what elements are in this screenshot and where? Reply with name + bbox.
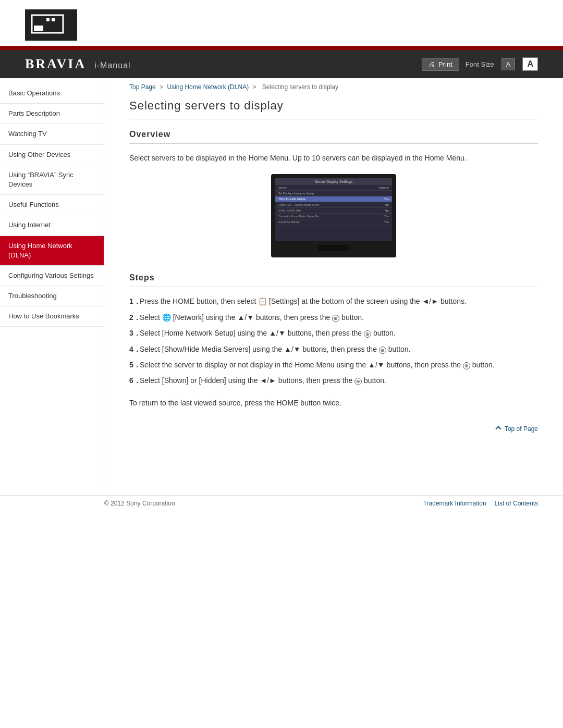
sidebar-item-7[interactable]: Using Home Network (DLNA)	[0, 236, 104, 266]
breadcrumb-current: Selecting servers to display	[262, 83, 338, 91]
font-large-button[interactable]: A	[522, 57, 538, 71]
top-of-page-wrap: Top of Page	[129, 424, 538, 433]
logo-bar	[0, 0, 563, 46]
footer-links: Trademark Information List of Contents	[423, 500, 538, 507]
sidebar-item-3[interactable]: Using Other Devices	[0, 145, 104, 165]
sidebar-item-0[interactable]: Basic Operations	[0, 83, 104, 104]
tv-screen-title: Server Display Settings	[275, 178, 392, 185]
step-3: 3． Select [Home Network Setup] using the…	[129, 327, 538, 339]
step-1: 1． Press the HOME button, then select 📋 …	[129, 295, 538, 307]
tv-row-1: Set Display of server to display	[275, 191, 392, 196]
list-of-contents-link[interactable]: List of Contents	[495, 500, 538, 507]
svg-rect-3	[46, 18, 50, 21]
sidebar-item-10[interactable]: How to Use Bookmarks	[0, 306, 104, 327]
page-title: Selecting servers to display	[129, 99, 538, 119]
step-5: 5． Select the server to display or not d…	[129, 359, 538, 371]
sidebar: Basic OperationsParts DescriptionWatchin…	[0, 78, 104, 495]
sidebar-item-5[interactable]: Useful Functions	[0, 195, 104, 215]
content-area: Top Page > Using Home Network (DLNA) > S…	[104, 78, 563, 495]
tv-row-4: GAN JIANG AMINo	[275, 208, 392, 214]
brand-title: BRAVIA i-Manual	[25, 56, 131, 72]
top-of-page-link[interactable]: Top of Page	[496, 425, 538, 433]
overview-heading: Overview	[129, 130, 538, 144]
print-button[interactable]: 🖨 Print	[422, 58, 459, 71]
step-2: 2． Select 🌐 [Network] using the ▲/▼ butt…	[129, 312, 538, 323]
font-size-label: Font Size	[466, 60, 494, 68]
svg-rect-2	[34, 26, 43, 31]
tv-row-6: Good All MediaYes	[275, 219, 392, 225]
font-small-button[interactable]: A	[501, 58, 516, 70]
circle-icon-3: ⊕	[379, 347, 386, 354]
tv-row-3: Grigo GMS - Favorito Media ServerNo	[275, 202, 392, 208]
sony-logo	[25, 9, 77, 41]
tv-stand	[318, 245, 349, 251]
step-6: 6． Select [Shown] or [Hidden] using the …	[129, 375, 538, 386]
breadcrumb-sep1: >	[160, 83, 163, 91]
top-of-page-label: Top of Page	[505, 425, 538, 433]
sidebar-item-1[interactable]: Parts Description	[0, 104, 104, 124]
top-page-arrow	[495, 426, 501, 431]
circle-icon: ⊕	[332, 315, 339, 322]
circle-icon-5: ⊕	[354, 378, 362, 385]
sidebar-item-4[interactable]: Using “BRAVIA” Sync Devices	[0, 165, 104, 195]
overview-text: Select servers to be displayed in the Ho…	[129, 152, 538, 164]
print-label: Print	[438, 60, 452, 68]
breadcrumb: Top Page > Using Home Network (DLNA) > S…	[129, 78, 538, 99]
title-bar: BRAVIA i-Manual 🖨 Print Font Size A A	[0, 50, 563, 78]
steps-heading: Steps	[129, 273, 538, 287]
circle-icon-4: ⊕	[463, 362, 470, 369]
svg-rect-4	[52, 18, 55, 21]
print-icon: 🖨	[429, 60, 435, 68]
footer: © 2012 Sony Corporation Trademark Inform…	[0, 495, 563, 511]
sidebar-item-2[interactable]: Watching TV	[0, 124, 104, 144]
breadcrumb-home-network[interactable]: Using Home Network (DLNA)	[167, 83, 249, 91]
sidebar-item-6[interactable]: Using Internet	[0, 215, 104, 236]
tv-row-5: Comvision Home Media Server ProYes	[275, 214, 392, 219]
toolbar-right: 🖨 Print Font Size A A	[422, 57, 538, 71]
steps-list: 1． Press the HOME button, then select 📋 …	[129, 295, 538, 386]
breadcrumb-sep2: >	[252, 83, 256, 91]
breadcrumb-top[interactable]: Top Page	[129, 83, 156, 91]
main-layout: Basic OperationsParts DescriptionWatchin…	[0, 78, 563, 495]
tv-screenshot: Server Display Settings ServerDisplay Se…	[271, 174, 396, 257]
manual-subtitle: i-Manual	[94, 61, 130, 70]
tv-screen: Server Display Settings ServerDisplay Se…	[275, 178, 392, 241]
sidebar-item-9[interactable]: Troubleshooting	[0, 286, 104, 306]
tv-row-header: ServerDisplay	[275, 185, 392, 191]
circle-icon-2: ⊕	[364, 330, 371, 338]
header-bar	[0, 46, 563, 50]
trademark-link[interactable]: Trademark Information	[423, 500, 486, 507]
copyright: © 2012 Sony Corporation	[104, 500, 175, 507]
return-note: To return to the last viewed source, pre…	[129, 397, 538, 409]
step-4: 4． Select [Show/Hide Media Servers] usin…	[129, 343, 538, 355]
sidebar-item-8[interactable]: Configuring Various Settings	[0, 266, 104, 286]
brand-name: BRAVIA	[25, 56, 86, 72]
tv-row-2: YES THERE HEREYes	[275, 196, 392, 202]
